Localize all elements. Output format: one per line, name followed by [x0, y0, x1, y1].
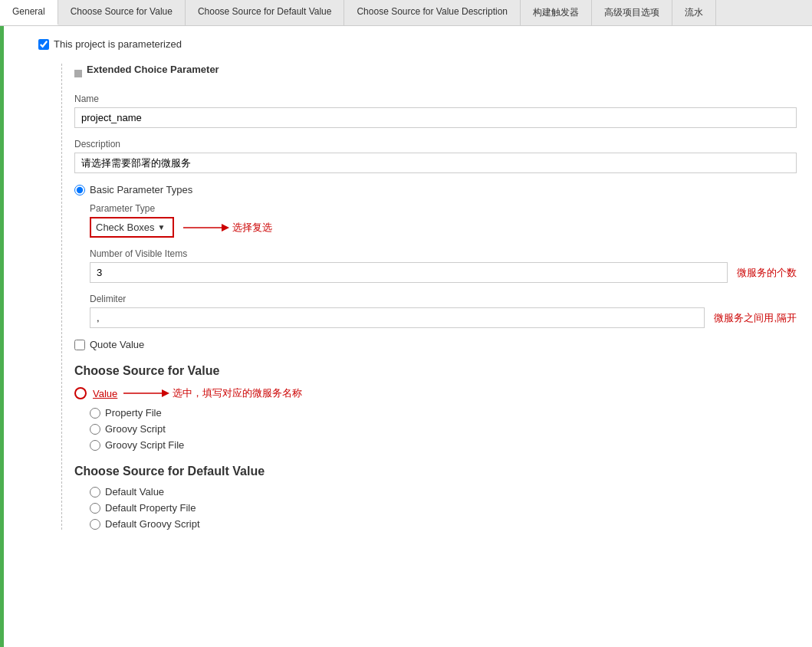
- delimiter-input[interactable]: [90, 307, 705, 328]
- visible-items-label: Number of Visible Items: [90, 248, 797, 259]
- basic-param-radio[interactable]: [74, 185, 85, 195]
- quote-value-label: Quote Value: [90, 339, 144, 350]
- default-property-file-radio[interactable]: [90, 503, 100, 514]
- property-file-label: Property File: [105, 407, 162, 419]
- value-radio-outlined[interactable]: [74, 387, 87, 399]
- basic-param-types-row: Basic Parameter Types: [74, 184, 797, 195]
- content-area: This project is parameterized Extended C…: [0, 26, 812, 647]
- choose-default-heading: Choose Source for Default Value: [74, 465, 797, 478]
- svg-marker-3: [162, 389, 169, 397]
- tab-general[interactable]: General: [0, 0, 58, 25]
- tab-bar: General Choose Source for Value Choose S…: [0, 0, 812, 26]
- visible-items-input[interactable]: [90, 262, 728, 283]
- quote-value-row: Quote Value: [74, 339, 797, 350]
- choose-source-heading: Choose Source for Value: [74, 364, 797, 378]
- groovy-script-file-label: Groovy Script File: [105, 439, 184, 451]
- parameterized-checkbox[interactable]: [38, 39, 49, 50]
- tab-advanced[interactable]: 高级项目选项: [592, 0, 672, 25]
- tab-pipeline[interactable]: 流水: [672, 0, 716, 25]
- delimiter-annotation: 微服务之间用,隔开: [714, 311, 797, 325]
- name-label: Name: [74, 94, 797, 104]
- value-annotation-text: 选中，填写对应的微服务名称: [173, 386, 302, 400]
- description-label: Description: [74, 139, 797, 149]
- quote-value-checkbox[interactable]: [74, 340, 85, 350]
- delimiter-label: Delimiter: [90, 294, 797, 304]
- param-type-annotation: 选择复选: [183, 220, 272, 235]
- default-groovy-script-radio[interactable]: [90, 519, 100, 530]
- tab-choose-source-default[interactable]: Choose Source for Default Value: [186, 0, 345, 25]
- extended-choice-header: Extended Choice Parameter: [74, 64, 797, 83]
- default-property-file-label: Default Property File: [105, 502, 196, 514]
- tab-build-triggers[interactable]: 构建触发器: [521, 0, 592, 25]
- groovy-script-file-row: Groovy Script File: [90, 439, 797, 451]
- basic-param-label: Basic Parameter Types: [90, 184, 192, 195]
- arrow-right-icon-2: [123, 386, 169, 401]
- param-type-annotation-text: 选择复选: [232, 221, 272, 235]
- section-icon: [74, 70, 82, 77]
- description-input[interactable]: [74, 153, 797, 173]
- left-accent-stripe: [0, 26, 4, 647]
- default-value-radio[interactable]: [90, 487, 100, 498]
- default-property-file-row: Default Property File: [90, 502, 797, 514]
- property-file-radio[interactable]: [90, 408, 100, 419]
- property-file-row: Property File: [90, 407, 797, 419]
- groovy-script-file-radio[interactable]: [90, 440, 100, 451]
- default-groovy-script-row: Default Groovy Script: [90, 518, 797, 530]
- svg-marker-1: [222, 224, 229, 232]
- value-radio-row: Value 选中，填写对应的微服务名称: [74, 386, 797, 401]
- groovy-script-radio[interactable]: [90, 424, 100, 435]
- tab-choose-source-description[interactable]: Choose Source for Value Description: [344, 0, 521, 25]
- default-value-label: Default Value: [105, 486, 164, 498]
- value-annotation-container: 选中，填写对应的微服务名称: [123, 386, 302, 401]
- parameterized-row: This project is parameterized: [38, 38, 797, 50]
- default-value-row: Default Value: [90, 486, 797, 498]
- name-input[interactable]: [74, 107, 797, 128]
- param-type-value: Check Boxes: [96, 222, 155, 233]
- dropdown-arrow-icon: ▼: [158, 223, 166, 232]
- groovy-script-label: Groovy Script: [105, 423, 166, 435]
- groovy-script-row: Groovy Script: [90, 423, 797, 435]
- visible-items-annotation: 微服务的个数: [737, 266, 797, 280]
- value-radio-label: Value: [93, 388, 117, 399]
- arrow-right-icon: [183, 220, 229, 235]
- param-type-label: Parameter Type: [90, 203, 797, 214]
- extended-choice-title: Extended Choice Parameter: [87, 64, 219, 75]
- tab-choose-source-value[interactable]: Choose Source for Value: [58, 0, 186, 25]
- default-groovy-script-label: Default Groovy Script: [105, 518, 200, 530]
- value-radio-inner: [78, 391, 83, 396]
- param-type-select[interactable]: Check Boxes ▼: [90, 217, 174, 238]
- parameterized-label: This project is parameterized: [54, 38, 182, 50]
